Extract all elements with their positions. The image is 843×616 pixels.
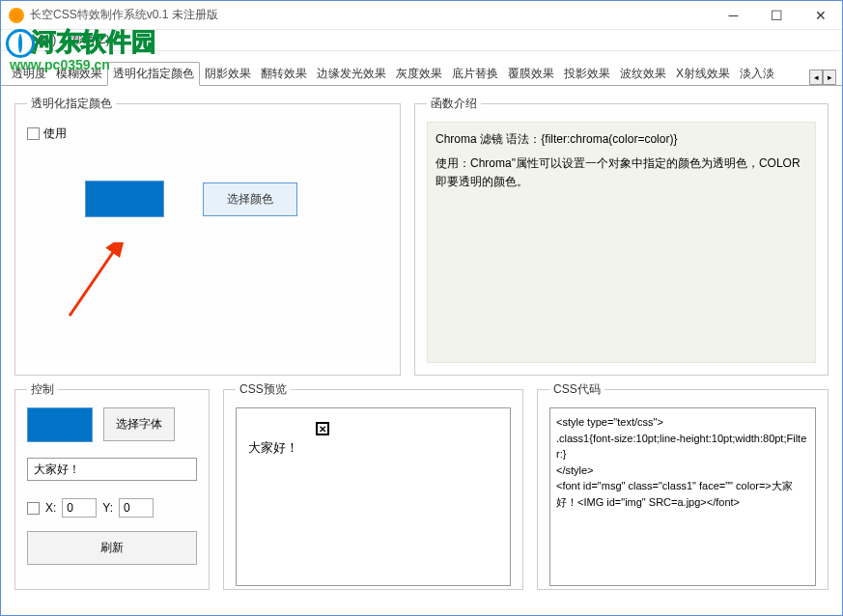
tab-scroll-left[interactable]: ◂ bbox=[809, 70, 823, 85]
window-title: 长空CSS特效制作系统v0.1 未注册版 bbox=[30, 7, 712, 23]
tab-xray[interactable]: X射线效果 bbox=[671, 63, 735, 85]
tab-blur[interactable]: 模糊效果 bbox=[51, 63, 107, 85]
panel-color-legend: 透明化指定颜色 bbox=[27, 96, 116, 112]
text-input[interactable] bbox=[27, 458, 197, 481]
svg-line-0 bbox=[70, 248, 116, 316]
tab-invert[interactable]: 底片替换 bbox=[447, 63, 503, 85]
panel-preview-legend: CSS预览 bbox=[236, 381, 291, 398]
y-label: Y: bbox=[102, 501, 113, 515]
menubar: 文件(W) 帮助(Z) bbox=[1, 30, 842, 51]
tab-chroma[interactable]: 透明化指定颜色 bbox=[107, 62, 200, 86]
choose-color-button[interactable]: 选择颜色 bbox=[203, 182, 297, 216]
y-input[interactable] bbox=[119, 498, 154, 518]
preview-text: 大家好！ bbox=[248, 439, 498, 457]
code-line-4: <font id="msg" class="class1" face="" co… bbox=[556, 478, 809, 510]
code-line-2: .class1{font-size:10pt;line-height:10pt;… bbox=[556, 431, 809, 462]
tab-fade[interactable]: 淡入淡 bbox=[735, 63, 779, 85]
arrow-annotation bbox=[60, 242, 147, 320]
function-textbox: Chroma 滤镜 语法：{filter:chroma(color=color)… bbox=[427, 122, 816, 363]
coord-checkbox[interactable] bbox=[27, 502, 40, 515]
x-input[interactable] bbox=[62, 498, 97, 518]
panel-func-legend: 函数介绍 bbox=[427, 96, 481, 112]
titlebar: 长空CSS特效制作系统v0.1 未注册版 ─ ☐ ✕ bbox=[1, 1, 842, 30]
tab-mask[interactable]: 覆膜效果 bbox=[503, 63, 559, 85]
panel-control-legend: 控制 bbox=[27, 381, 58, 398]
x-label: X: bbox=[45, 501, 56, 515]
tab-wave[interactable]: 波纹效果 bbox=[615, 63, 671, 85]
menu-file[interactable]: 文件(W) bbox=[7, 30, 64, 50]
tab-opacity[interactable]: 透明度 bbox=[7, 63, 51, 85]
code-line-1: <style type="text/css"> bbox=[556, 414, 809, 431]
panel-specify-color: 透明化指定颜色 使用 选择颜色 bbox=[14, 96, 401, 376]
tab-dropshadow[interactable]: 投影效果 bbox=[559, 63, 615, 85]
panel-control: 控制 选择字体 X: Y: 刷新 bbox=[14, 381, 210, 590]
code-textbox[interactable]: <style type="text/css"> .class1{font-siz… bbox=[549, 407, 816, 586]
enable-checkbox[interactable] bbox=[27, 127, 40, 140]
refresh-button[interactable]: 刷新 bbox=[27, 531, 197, 565]
panel-code-legend: CSS代码 bbox=[549, 381, 604, 398]
control-color-swatch[interactable] bbox=[27, 407, 93, 442]
tabbar: 透明度 模糊效果 透明化指定颜色 阴影效果 翻转效果 边缘发光效果 灰度效果 底… bbox=[1, 65, 842, 86]
choose-font-button[interactable]: 选择字体 bbox=[103, 407, 175, 441]
maximize-button[interactable]: ☐ bbox=[755, 1, 799, 30]
tab-scroll-right[interactable]: ▸ bbox=[823, 70, 836, 85]
code-line-3: </style> bbox=[556, 462, 809, 479]
preview-area: ✕ 大家好！ bbox=[236, 407, 511, 586]
color-swatch[interactable] bbox=[85, 181, 164, 217]
func-usage: 使用：Chroma"属性可以设置一个对象中指定的颜色为透明色，COLOR即要透明… bbox=[436, 154, 807, 191]
app-icon bbox=[9, 8, 24, 23]
tab-shadow[interactable]: 阴影效果 bbox=[200, 63, 256, 85]
enable-label: 使用 bbox=[43, 126, 67, 142]
close-button[interactable]: ✕ bbox=[799, 1, 842, 30]
tab-gray[interactable]: 灰度效果 bbox=[391, 63, 447, 85]
minimize-button[interactable]: ─ bbox=[712, 1, 755, 30]
tab-flip[interactable]: 翻转效果 bbox=[256, 63, 312, 85]
panel-function-intro: 函数介绍 Chroma 滤镜 语法：{filter:chroma(color=c… bbox=[414, 96, 829, 376]
broken-image-icon: ✕ bbox=[316, 422, 329, 435]
panel-css-preview: CSS预览 ✕ 大家好！ bbox=[223, 381, 523, 590]
panel-css-code: CSS代码 <style type="text/css"> .class1{fo… bbox=[537, 381, 829, 590]
menu-help[interactable]: 帮助(Z) bbox=[64, 30, 117, 50]
tab-glow[interactable]: 边缘发光效果 bbox=[312, 63, 391, 85]
func-syntax: Chroma 滤镜 语法：{filter:chroma(color=color)… bbox=[436, 130, 807, 149]
